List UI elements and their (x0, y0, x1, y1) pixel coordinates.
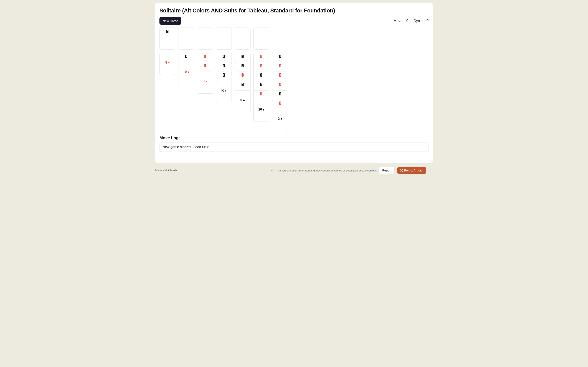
spade-icon: ♠ (263, 108, 264, 111)
card-label: K ♠ (222, 89, 226, 92)
card-label: J ♥ (203, 80, 207, 83)
made-with: Made with Claude (155, 169, 177, 172)
tableau: 8 ♥10 ♥J ♥K ♠5 ♣10 ♠2 ♣ (159, 53, 429, 131)
card-rank: 5 (240, 98, 242, 102)
card-face-up[interactable]: J ♥ (197, 72, 213, 94)
card-back-icon (279, 101, 281, 105)
moves-value: 0 (406, 19, 408, 23)
card-back-icon (279, 64, 281, 67)
card-rank: J (203, 80, 205, 83)
card-back-icon (223, 73, 225, 77)
card-face-up[interactable]: 10 ♥ (178, 62, 194, 84)
card-back-icon (279, 55, 281, 58)
tableau-pile-7[interactable]: 2 ♣ (272, 53, 288, 131)
moves-label: Moves (393, 19, 404, 23)
card-rank: 10 (258, 108, 262, 111)
card-back-icon (242, 73, 243, 77)
toolbar: New Game Moves: 0 | Cycles: 0 (159, 17, 429, 25)
card-face-up[interactable]: K ♠ (216, 81, 232, 103)
card-label: 5 ♣ (240, 98, 245, 102)
tableau-pile-6[interactable]: 10 ♠ (253, 53, 269, 122)
card-rank: 10 (183, 70, 187, 74)
heart-icon: ♥ (168, 61, 169, 64)
foundation-slot-2[interactable] (216, 27, 232, 50)
card-label: 10 ♥ (183, 70, 189, 74)
new-game-button[interactable]: New Game (159, 17, 181, 25)
top-row (159, 27, 429, 50)
heart-icon: ♥ (205, 80, 207, 83)
tableau-pile-5[interactable]: 5 ♣ (234, 53, 251, 112)
remix-label: Remix Artifact (404, 169, 424, 172)
move-log-entry: New game started. Good luck! (163, 145, 425, 149)
card-back-icon (242, 64, 243, 67)
cycles-label: Cycles (414, 19, 424, 23)
card-back-icon (204, 55, 206, 58)
card-back-icon (260, 55, 262, 58)
card-back-icon (279, 92, 281, 95)
card-label: 8 ♥ (165, 61, 169, 64)
game-panel: Solitaire (Alt Colors AND Suits for Tabl… (155, 3, 433, 163)
card-back-icon (204, 64, 206, 67)
tableau-pile-1[interactable]: 8 ♥ (159, 53, 175, 75)
card-rank: K (222, 89, 224, 92)
tableau-pile-4[interactable]: K ♠ (216, 53, 232, 103)
card-back-icon (260, 83, 262, 86)
club-icon: ♣ (281, 117, 282, 120)
info-icon: i (271, 169, 274, 172)
card-back-icon (223, 55, 225, 58)
spade-icon: ♠ (225, 89, 226, 92)
move-log: New game started. Good luck! (159, 142, 429, 152)
page-title: Solitaire (Alt Colors AND Suits for Tabl… (159, 8, 429, 14)
card-back-icon (242, 83, 243, 86)
cycles-value: 0 (426, 19, 429, 23)
card-back-icon (223, 64, 225, 67)
shuffle-icon (400, 169, 403, 172)
card-back-icon (185, 55, 187, 58)
stock-pile[interactable] (159, 27, 175, 50)
waste-pile[interactable] (178, 27, 194, 50)
card-face-up[interactable]: 2 ♣ (272, 109, 288, 131)
foundation-slot-3[interactable] (234, 27, 251, 50)
card-face-up[interactable]: 8 ♥ (159, 53, 175, 75)
card-back-icon (242, 55, 243, 58)
move-log-title: Move Log: (159, 136, 429, 140)
card-rank: 8 (165, 61, 167, 64)
counters: Moves: 0 | Cycles: 0 (393, 19, 429, 23)
card-label: 2 ♣ (278, 117, 282, 121)
foundation-slot-4[interactable] (253, 27, 269, 50)
made-with-prefix: Made with (155, 169, 168, 172)
card-face-up[interactable]: 10 ♠ (253, 100, 269, 122)
card-back-icon (279, 83, 281, 86)
card-label: 10 ♠ (258, 108, 264, 111)
tableau-pile-2[interactable]: 10 ♥ (178, 53, 194, 84)
tableau-pile-3[interactable]: J ♥ (197, 53, 213, 94)
card-back-icon (166, 30, 168, 33)
card-face-up[interactable]: 5 ♣ (234, 90, 251, 112)
report-button[interactable]: Report (379, 167, 394, 174)
card-back-icon (279, 73, 281, 77)
card-back-icon (260, 64, 262, 67)
heart-icon: ♥ (188, 71, 189, 73)
card-back-icon (260, 92, 262, 95)
card-rank: 2 (278, 117, 280, 121)
foundation-slot-1[interactable] (197, 27, 213, 50)
brand-name: Claude (168, 169, 177, 172)
more-menu-button[interactable] (429, 168, 433, 173)
club-icon: ♣ (243, 99, 245, 101)
remix-button[interactable]: Remix Artifact (397, 167, 426, 174)
warning-text: Artifacts are user-generated and may con… (277, 169, 377, 172)
card-back-icon (260, 73, 262, 77)
footer: Made with Claude i Artifacts are user-ge… (155, 166, 433, 175)
